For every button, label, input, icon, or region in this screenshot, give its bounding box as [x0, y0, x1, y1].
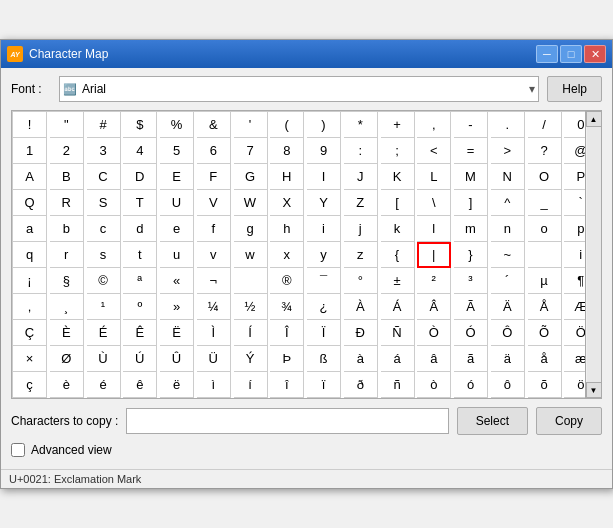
char-cell[interactable]: 1: [13, 138, 47, 164]
char-cell[interactable]: (: [270, 112, 304, 138]
char-cell[interactable]: Ð: [344, 320, 378, 346]
char-cell[interactable]: _: [528, 190, 562, 216]
char-cell[interactable]: ®: [270, 268, 304, 294]
char-cell[interactable]: Î: [270, 320, 304, 346]
char-cell[interactable]: Â: [417, 294, 451, 320]
char-cell[interactable]: 7: [234, 138, 268, 164]
char-cell[interactable]: Ò: [417, 320, 451, 346]
char-cell[interactable]: V: [197, 190, 231, 216]
char-cell[interactable]: ±: [381, 268, 415, 294]
char-cell[interactable]: ß: [307, 346, 341, 372]
char-cell[interactable]: ò: [417, 372, 451, 398]
char-cell[interactable]: È: [50, 320, 84, 346]
char-cell[interactable]: ;: [381, 138, 415, 164]
char-cell[interactable]: B: [50, 164, 84, 190]
copy-input[interactable]: [126, 408, 448, 434]
char-cell[interactable]: c: [87, 216, 121, 242]
char-cell[interactable]: }: [454, 242, 488, 268]
char-cell[interactable]: ñ: [381, 372, 415, 398]
char-cell[interactable]: z: [344, 242, 378, 268]
char-cell[interactable]: -: [454, 112, 488, 138]
char-cell[interactable]: m: [454, 216, 488, 242]
char-cell[interactable]: h: [270, 216, 304, 242]
char-cell[interactable]: ã: [454, 346, 488, 372]
char-cell[interactable]: k: [381, 216, 415, 242]
char-cell[interactable]: µ: [528, 268, 562, 294]
char-cell[interactable]: H: [270, 164, 304, 190]
char-cell[interactable]: è: [50, 372, 84, 398]
char-cell[interactable]: í: [234, 372, 268, 398]
char-cell[interactable]: Í: [234, 320, 268, 346]
char-cell[interactable]: °: [344, 268, 378, 294]
char-cell[interactable]: õ: [528, 372, 562, 398]
char-cell[interactable]: à: [344, 346, 378, 372]
char-cell[interactable]: ½: [234, 294, 268, 320]
char-cell[interactable]: ì: [197, 372, 231, 398]
char-cell[interactable]: R: [50, 190, 84, 216]
char-cell[interactable]: d: [123, 216, 157, 242]
char-cell[interactable]: b: [50, 216, 84, 242]
advanced-view-label[interactable]: Advanced view: [31, 443, 112, 457]
char-cell[interactable]: =: [454, 138, 488, 164]
char-cell[interactable]: ?: [528, 138, 562, 164]
char-cell[interactable]: K: [381, 164, 415, 190]
char-cell[interactable]: ô: [491, 372, 525, 398]
char-cell[interactable]: ­: [234, 268, 268, 294]
char-cell[interactable]: ,: [417, 112, 451, 138]
char-cell[interactable]: ë: [160, 372, 194, 398]
char-cell[interactable]: Q: [13, 190, 47, 216]
char-cell[interactable]: ª: [123, 268, 157, 294]
char-cell[interactable]: W: [234, 190, 268, 216]
scroll-down-button[interactable]: ▼: [586, 382, 602, 398]
char-cell[interactable]: Ì: [197, 320, 231, 346]
char-cell[interactable]: ': [234, 112, 268, 138]
char-cell[interactable]: *: [344, 112, 378, 138]
char-cell[interactable]: O: [528, 164, 562, 190]
char-cell[interactable]: Å: [528, 294, 562, 320]
scrollbar[interactable]: ▲ ▼: [585, 111, 601, 398]
char-cell[interactable]: ¾: [270, 294, 304, 320]
char-cell[interactable]: ó: [454, 372, 488, 398]
char-cell[interactable]: r: [50, 242, 84, 268]
char-cell[interactable]: ^: [491, 190, 525, 216]
char-cell[interactable]: o: [528, 216, 562, 242]
char-cell[interactable]: Û: [160, 346, 194, 372]
char-cell[interactable]: f: [197, 216, 231, 242]
char-cell[interactable]: F: [197, 164, 231, 190]
char-cell[interactable]: G: [234, 164, 268, 190]
char-cell[interactable]: Ä: [491, 294, 525, 320]
char-cell[interactable]: Ñ: [381, 320, 415, 346]
char-cell[interactable]: Ù: [87, 346, 121, 372]
char-cell[interactable]: |: [417, 242, 451, 268]
char-cell[interactable]: Þ: [270, 346, 304, 372]
char-cell[interactable]: «: [160, 268, 194, 294]
char-cell[interactable]: $: [123, 112, 157, 138]
char-cell[interactable]: a: [13, 216, 47, 242]
scroll-up-button[interactable]: ▲: [586, 111, 602, 127]
char-cell[interactable]: e: [160, 216, 194, 242]
char-cell[interactable]: Ø: [50, 346, 84, 372]
char-cell[interactable]: <: [417, 138, 451, 164]
char-cell[interactable]: Õ: [528, 320, 562, 346]
char-cell[interactable]: w: [234, 242, 268, 268]
char-cell[interactable]: ~: [491, 242, 525, 268]
char-cell[interactable]: L: [417, 164, 451, 190]
char-cell[interactable]: ³: [454, 268, 488, 294]
char-cell[interactable]: U: [160, 190, 194, 216]
char-cell[interactable]: g: [234, 216, 268, 242]
font-select[interactable]: Arial Times New Roman Courier New: [59, 76, 539, 102]
char-cell[interactable]: ´: [491, 268, 525, 294]
char-cell[interactable]: º: [123, 294, 157, 320]
char-cell[interactable]: 6: [197, 138, 231, 164]
char-cell[interactable]: ð: [344, 372, 378, 398]
help-button[interactable]: Help: [547, 76, 602, 102]
char-cell[interactable]: ©: [87, 268, 121, 294]
char-cell[interactable]: Ï: [307, 320, 341, 346]
char-cell[interactable]: Ë: [160, 320, 194, 346]
char-cell[interactable]: v: [197, 242, 231, 268]
char-cell[interactable]: 9: [307, 138, 341, 164]
char-cell[interactable]: ×: [13, 346, 47, 372]
char-cell[interactable]: Ã: [454, 294, 488, 320]
char-cell[interactable]: 8: [270, 138, 304, 164]
char-cell[interactable]: [528, 242, 562, 268]
